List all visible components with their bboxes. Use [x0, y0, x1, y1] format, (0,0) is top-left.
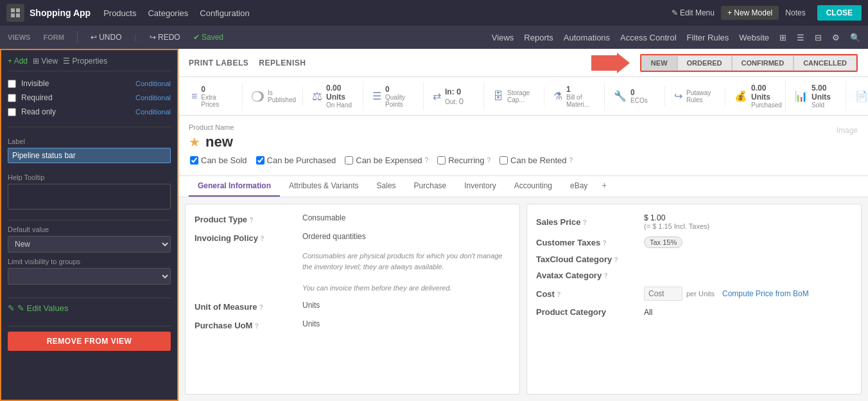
views-link[interactable]: Views: [492, 33, 514, 42]
in-out-stat[interactable]: ⇄ In: 0 Out: 0: [426, 84, 484, 109]
search-icon[interactable]: 🔍: [850, 33, 860, 42]
svg-rect-1: [16, 8, 20, 12]
add-button[interactable]: + Add: [8, 57, 28, 66]
tab-ebay[interactable]: eBay: [561, 176, 596, 197]
close-button[interactable]: CLOSE: [817, 5, 862, 21]
tab-attributes[interactable]: Attributes & Variants: [280, 176, 368, 197]
label-input[interactable]: [8, 148, 171, 163]
units-on-hand-stat[interactable]: ⚖ 0.00 Units On Hand: [306, 81, 363, 111]
recurring-cb: Recurring ?: [437, 156, 490, 165]
replenish-button[interactable]: REPLENISH: [259, 58, 306, 67]
quality-icon: ☰: [372, 90, 381, 102]
required-conditional[interactable]: Conditional: [135, 94, 171, 102]
recurring-checkbox[interactable]: [437, 156, 446, 165]
can-be-sold-cb: Can be Sold: [190, 156, 247, 165]
can-be-expensed-checkbox[interactable]: [345, 156, 353, 165]
settings-icon[interactable]: ⚙: [832, 33, 840, 42]
published-stat[interactable]: Is Published: [245, 87, 303, 106]
edit-values-link[interactable]: ✎ ✎ Edit Values: [8, 303, 171, 313]
print-labels-button[interactable]: PRINT LABELS: [189, 58, 248, 67]
sales-price-row: Sales Price ? $ 1.00 (= $ 1.15 Incl. Tax…: [536, 213, 852, 230]
units-purchased-stat[interactable]: 💰 0.00 Units Purchased: [728, 81, 786, 111]
extra-prices-icon: ≡: [191, 91, 197, 102]
storage-icon: 🗄: [493, 91, 503, 102]
sidebar-divider-4: [8, 326, 171, 326]
nav-categories[interactable]: Categories: [148, 8, 188, 18]
product-name-value[interactable]: new: [205, 134, 233, 150]
published-label: Is Published: [268, 89, 296, 103]
digital-files-stat[interactable]: 📄 0 Digital Files: [849, 82, 868, 111]
list-view-icon[interactable]: ☰: [797, 33, 804, 42]
quality-points-stat[interactable]: ☰ 0 Quality Points: [366, 82, 424, 111]
tab-inventory[interactable]: Inventory: [455, 176, 505, 197]
product-star-icon[interactable]: ★: [189, 134, 200, 150]
unit-measure-value[interactable]: Units: [302, 301, 510, 310]
units-sold-stat[interactable]: 📊 5.00 Units Sold: [788, 81, 846, 111]
reports-link[interactable]: Reports: [524, 33, 553, 42]
redo-button[interactable]: ↪ REDO: [150, 33, 180, 42]
notes-button[interactable]: Notes: [785, 8, 805, 17]
cost-input[interactable]: [644, 287, 682, 301]
bom-stat[interactable]: ⚗ 1 Bill of Materi...: [547, 82, 605, 111]
status-new[interactable]: NEW: [641, 55, 677, 71]
extra-prices-stat[interactable]: ≡ 0 Extra Prices: [185, 82, 243, 111]
storage-cap-stat[interactable]: 🗄 Storage Cap...: [487, 87, 544, 106]
can-be-purchased-cb: Can be Purchased: [256, 156, 336, 165]
puom-help: ?: [255, 323, 259, 330]
add-tab-button[interactable]: +: [596, 176, 612, 197]
remove-from-view-button[interactable]: REMOVE FROM VIEW: [8, 332, 171, 351]
can-be-purchased-label: Can be Purchased: [267, 156, 336, 165]
status-confirmed[interactable]: CONFIRMED: [732, 55, 794, 71]
taxcloud-label: TaxCloud Category ?: [536, 254, 639, 264]
can-be-rented-checkbox[interactable]: [499, 156, 508, 165]
readonly-conditional[interactable]: Conditional: [135, 108, 171, 116]
product-category-row: Product Category All: [536, 307, 852, 317]
tab-accounting[interactable]: Accounting: [505, 176, 561, 197]
grid-view-icon[interactable]: ⊞: [779, 33, 786, 42]
tax-badge[interactable]: Tax 15%: [644, 236, 682, 248]
app-name: Shopping App: [30, 8, 91, 18]
required-checkbox[interactable]: [8, 94, 16, 102]
default-value-select[interactable]: New: [8, 236, 171, 253]
description-row: Consumables are physical products for wh…: [195, 251, 510, 293]
invisible-label: Invisible: [21, 79, 130, 88]
nav-configuration[interactable]: Configuration: [200, 8, 249, 18]
automations-link[interactable]: Automations: [564, 33, 610, 42]
sales-price-value[interactable]: $ 1.00: [644, 213, 709, 222]
tab-general-info[interactable]: General Information: [189, 176, 280, 197]
can-be-purchased-checkbox[interactable]: [256, 156, 265, 165]
transfer-icon: ⇄: [433, 90, 441, 102]
edit-menu-button[interactable]: ✎ Edit Menu: [672, 8, 715, 17]
invisible-checkbox[interactable]: [8, 80, 16, 88]
website-link[interactable]: Website: [739, 33, 769, 42]
compute-price-link[interactable]: Compute Price from BoM: [722, 289, 809, 298]
limit-visibility-select[interactable]: [8, 268, 171, 285]
properties-button[interactable]: ☰ Properties: [63, 57, 107, 66]
filter-rules-link[interactable]: Filter Rules: [687, 33, 729, 42]
form-area: Product Type ? Consumable Invoicing Poli…: [178, 197, 868, 401]
tab-purchase[interactable]: Purchase: [405, 176, 456, 197]
kanban-view-icon[interactable]: ⊟: [815, 33, 822, 42]
new-model-button[interactable]: + New Model: [721, 6, 779, 20]
nav-products[interactable]: Products: [103, 8, 136, 18]
status-cancelled[interactable]: CANCELLED: [794, 55, 856, 71]
putaway-stat[interactable]: ↪ Putaway Rules: [668, 87, 725, 106]
readonly-checkbox[interactable]: [8, 108, 16, 116]
readonly-row: Read only Conditional: [8, 107, 171, 116]
ecos-stat[interactable]: 🔧 0 ECOs: [607, 85, 665, 107]
taxcloud-row: TaxCloud Category ?: [536, 254, 852, 264]
invisible-conditional[interactable]: Conditional: [135, 80, 171, 87]
image-placeholder: Image: [837, 123, 858, 135]
can-be-expensed-label: Can be Expensed: [356, 156, 422, 165]
tab-sales[interactable]: Sales: [368, 176, 405, 197]
product-type-value[interactable]: Consumable: [302, 213, 510, 222]
status-ordered[interactable]: ORDERED: [677, 55, 732, 71]
product-name-row: ★ new: [189, 134, 837, 150]
purchase-uom-value[interactable]: Units: [302, 319, 510, 328]
undo-button[interactable]: ↩ UNDO: [91, 33, 122, 42]
product-category-value[interactable]: All: [644, 308, 852, 317]
access-control-link[interactable]: Access Control: [620, 33, 676, 42]
view-button[interactable]: ⊞ View: [33, 57, 58, 66]
invoicing-policy-value[interactable]: Ordered quantities: [302, 232, 510, 241]
can-be-sold-checkbox[interactable]: [190, 156, 198, 165]
